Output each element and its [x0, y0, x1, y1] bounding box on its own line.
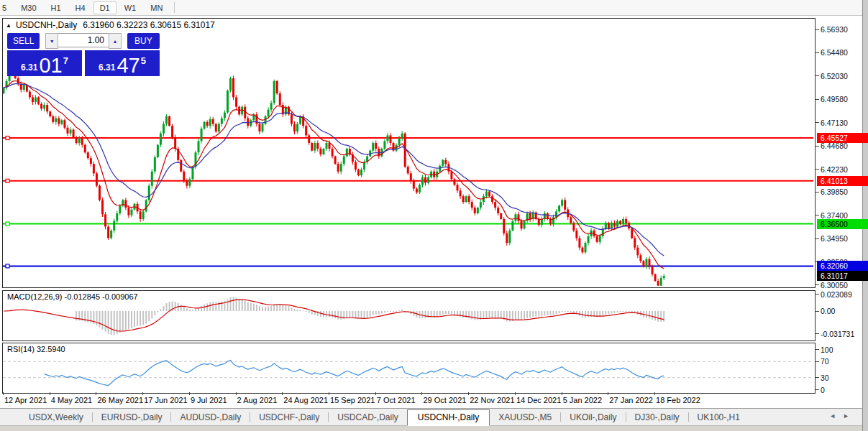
tab-scroll-right-icon[interactable]: ► [843, 412, 856, 420]
date-axis-label: 9 Jul 2021 [191, 396, 227, 404]
date-axis-label: 14 Dec 2021 [516, 396, 561, 404]
volume-increase-button[interactable]: ▲ [109, 33, 122, 49]
rsi-axis-tick [816, 361, 819, 362]
window-right-edge[interactable] [862, 0, 868, 431]
rsi-axis-tick [816, 389, 819, 390]
price-axis-tick [816, 215, 819, 216]
price-axis-tick [816, 52, 819, 53]
sell-price-prefix: 6.31 [21, 62, 37, 73]
date-axis-tick [142, 392, 143, 395]
tab-xauusd-m5[interactable]: XAUUSD-,M5 [490, 410, 560, 425]
price-axis-tick [816, 238, 819, 239]
price-axis-label: 6.30050 [821, 281, 848, 289]
timeframe-h1[interactable]: H1 [45, 1, 68, 14]
price-axis-tick [816, 146, 819, 147]
hline-price-tag[interactable]: 6.45527 [817, 133, 868, 143]
buy-button[interactable]: BUY [127, 33, 160, 49]
sell-price-box[interactable]: 6.31 01 7 [7, 50, 82, 76]
timeframe-w1[interactable]: W1 [118, 1, 143, 14]
date-axis-label: 7 Oct 2021 [377, 396, 416, 404]
price-axis-label: 6.44680 [821, 142, 848, 150]
tab-uk100-h1[interactable]: UK100-,H1 [689, 410, 749, 425]
price-axis-tick [816, 75, 819, 76]
date-axis-label: 15 Sep 2021 [330, 396, 375, 404]
price-axis-tick [816, 99, 819, 100]
timeframe-d1[interactable]: D1 [93, 1, 117, 14]
spinner-up-icon: ▲ [112, 39, 117, 44]
date-axis-tick [608, 392, 608, 395]
date-axis-tick [515, 392, 516, 395]
chart-window: ▲USDCNH-,Daily6.31960 6.32223 6.30615 6.… [0, 16, 862, 425]
timeframe-toolbar: 5 M30 H1 H4 D1 W1 MN [0, 0, 862, 16]
date-axis-tick [421, 392, 422, 395]
rsi-pane[interactable]: RSI(14) 32.5940 [2, 343, 816, 394]
trading-terminal-window: 5 M30 H1 H4 D1 W1 MN ▲USDCNH-,Daily6.319… [0, 0, 868, 431]
hline-price-tag[interactable]: 6.41013 [817, 176, 868, 186]
tab-audusd-daily[interactable]: AUDUSD-,Daily [171, 410, 250, 425]
date-axis-label: 26 May 2021 [97, 396, 143, 404]
sell-price-pip: 7 [63, 55, 68, 66]
price-axis-label: 6.56930 [821, 25, 848, 34]
timeframe-m5[interactable]: 5 [0, 1, 13, 14]
buy-price-prefix: 6.31 [99, 62, 115, 73]
chart-header: ▲USDCNH-,Daily6.31960 6.32223 6.30615 6.… [6, 20, 215, 30]
volume-input[interactable] [58, 33, 109, 47]
price-axis-tick [816, 122, 819, 123]
date-axis-tick [189, 392, 190, 395]
tab-usdx-weekly[interactable]: USDX,Weekly [20, 410, 92, 425]
macd-label: MACD(12,26,9) -0.012845 -0.009067 [7, 292, 138, 301]
date-axis-label: 29 Oct 2021 [423, 396, 466, 404]
rsi-label: RSI(14) 32.5940 [7, 345, 65, 353]
date-axis-label: 27 Jan 2022 [609, 396, 653, 404]
macd-axis-label: 0.023089 [821, 290, 852, 299]
chart-symbol-label: USDCNH-,Daily [16, 20, 77, 30]
price-axis-label: 6.34950 [821, 234, 848, 243]
price-axis-label: 6.47130 [821, 119, 848, 127]
rsi-chart [3, 343, 813, 391]
tab-scroll-left-icon[interactable]: ◄ [829, 412, 843, 420]
date-axis-label: 5 Jan 2022 [563, 396, 602, 404]
sell-button[interactable]: SELL [7, 33, 40, 49]
date-axis-label: 4 May 2021 [51, 396, 92, 404]
date-axis-label: 2 Aug 2021 [237, 396, 278, 404]
window-bottom-edge [0, 425, 868, 431]
macd-axis-tick [816, 333, 819, 334]
buy-price-box[interactable]: 6.31 47 5 [85, 50, 160, 76]
macd-pane[interactable]: MACD(12,26,9) -0.012845 -0.009067 [2, 290, 816, 341]
date-axis-label: 18 Feb 2022 [656, 396, 700, 404]
tab-ukoil-daily[interactable]: UKOil-,Daily [561, 410, 625, 425]
date-axis-tick [654, 392, 655, 395]
timeframe-h4[interactable]: H4 [69, 1, 92, 14]
tab-dj30-daily[interactable]: DJ30-,Daily [626, 410, 688, 425]
price-axis-label: 6.39850 [821, 187, 848, 196]
timeframe-mn[interactable]: MN [144, 1, 169, 14]
rsi-axis-tick [816, 377, 819, 378]
date-axis-tick [3, 392, 4, 395]
rsi-axis-label: 100 [821, 346, 833, 354]
date-axis-tick [282, 392, 283, 395]
rsi-axis-label: 30 [821, 374, 829, 382]
price-axis-tick [816, 284, 819, 285]
one-click-trade-panel: SELL ▼ ▲ BUY 6.31 01 7 6.31 47 [7, 33, 160, 76]
hline-price-tag[interactable]: 6.36500 [817, 219, 868, 229]
rsi-axis-tick [816, 349, 819, 350]
collapse-trade-panel-icon[interactable]: ▲ [6, 22, 12, 29]
price-axis-label: 6.54480 [821, 48, 848, 57]
chart-ohlc-values: 6.31960 6.32223 6.30615 6.31017 [83, 20, 215, 30]
tab-usdchf-daily[interactable]: USDCHF-,Daily [250, 410, 328, 425]
macd-axis-tick [816, 294, 819, 295]
tab-usdcad-daily[interactable]: USDCAD-,Daily [329, 410, 407, 425]
price-axis-tick [816, 192, 819, 193]
rsi-axis-label: 0 [821, 386, 825, 394]
macd-axis-tick [816, 311, 819, 312]
date-axis-label: 24 Aug 2021 [283, 396, 328, 404]
hline-price-tag[interactable]: 6.32060 [817, 261, 868, 271]
date-axis-tick [50, 392, 50, 395]
price-axis-label: 6.42230 [821, 165, 848, 174]
tab-usdcnh-daily[interactable]: USDCNH-,Daily [407, 409, 490, 426]
timeframe-m30[interactable]: M30 [14, 1, 42, 14]
date-axis-tick [375, 392, 376, 395]
volume-decrease-button[interactable]: ▼ [45, 33, 58, 49]
tab-eurusd-daily[interactable]: EURUSD-,Daily [93, 410, 171, 425]
macd-axis-label: 0.00 [821, 307, 835, 315]
